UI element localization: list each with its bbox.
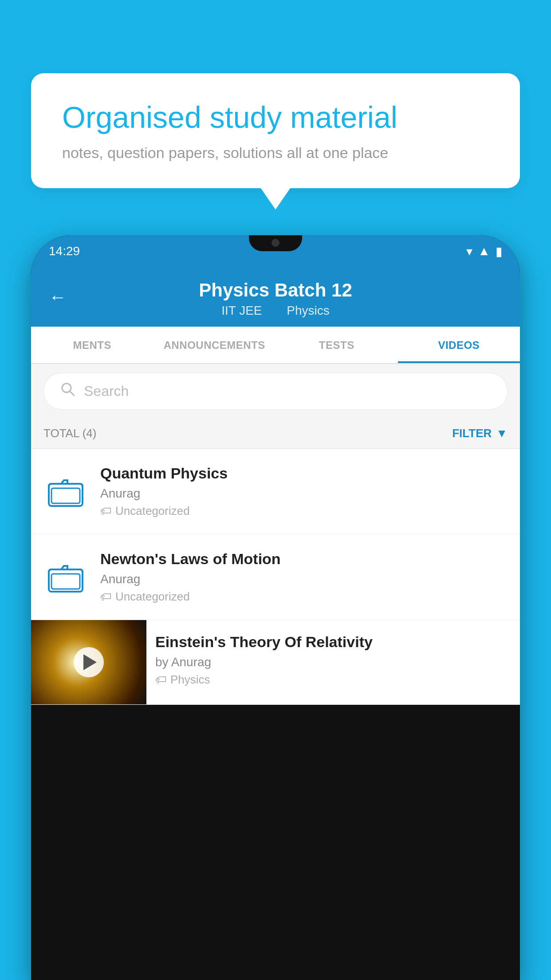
svg-rect-5 [51,574,80,589]
battery-icon: ▮ [496,244,502,259]
tab-bar: MENTS ANNOUNCEMENTS TESTS VIDEOS [31,327,520,364]
play-button[interactable] [74,647,104,677]
video-title: Quantum Physics [100,465,508,482]
item-icon-wrap [43,476,88,507]
status-time: 14:29 [49,244,80,258]
folder-icon [48,561,83,593]
svg-rect-3 [51,488,80,503]
svg-line-1 [70,391,74,395]
tag-icon: 🏷 [100,590,112,604]
item-info: Quantum Physics Anurag 🏷 Uncategorized [100,465,508,518]
item-info: Einstein's Theory Of Relativity by Anura… [146,620,520,700]
back-button[interactable]: ← [49,287,67,307]
tab-tests[interactable]: TESTS [276,327,398,363]
video-tag: 🏷 Physics [155,673,511,687]
bubble-title: Organised study material [62,100,489,134]
wifi-icon: ▾ [466,244,472,259]
video-title: Newton's Laws of Motion [100,550,508,568]
total-count: TOTAL (4) [43,427,96,440]
filter-button[interactable]: FILTER ▼ [452,427,508,440]
video-list: Quantum Physics Anurag 🏷 Uncategorized [31,449,520,705]
tab-ments[interactable]: MENTS [31,327,153,363]
list-item[interactable]: Newton's Laws of Motion Anurag 🏷 Uncateg… [31,534,520,620]
tab-videos[interactable]: VIDEOS [398,327,520,363]
header-subtitle-physics: Physics [287,304,329,317]
app-header: ← Physics Batch 12 IIT JEE Physics [31,267,520,327]
filter-label: FILTER [452,427,492,440]
item-icon-wrap [43,561,88,593]
search-icon [60,381,76,401]
item-info: Newton's Laws of Motion Anurag 🏷 Uncateg… [100,550,508,604]
video-tag: 🏷 Uncategorized [100,590,508,604]
speech-bubble: Organised study material notes, question… [31,73,520,188]
front-camera [272,239,279,247]
tag-icon: 🏷 [100,504,112,518]
tab-announcements[interactable]: ANNOUNCEMENTS [153,327,276,363]
list-item-thumbnail[interactable]: Einstein's Theory Of Relativity by Anura… [31,620,520,705]
video-title: Einstein's Theory Of Relativity [155,633,511,651]
video-author: by Anurag [155,655,511,669]
video-author: Anurag [100,486,508,501]
header-subtitle: IIT JEE Physics [216,304,335,318]
filter-row: TOTAL (4) FILTER ▼ [31,419,520,449]
filter-icon: ▼ [496,427,508,440]
play-icon [83,654,97,670]
video-tag: 🏷 Uncategorized [100,504,508,518]
folder-icon [48,476,83,507]
header-subtitle-iit: IIT JEE [221,304,262,317]
video-author: Anurag [100,572,508,586]
search-bar-wrap: Search [31,364,520,419]
status-bar: 14:29 ▾ ▲ ▮ [31,235,520,267]
bubble-subtitle: notes, question papers, solutions all at… [62,144,489,162]
list-item[interactable]: Quantum Physics Anurag 🏷 Uncategorized [31,449,520,534]
header-title: Physics Batch 12 [199,280,352,301]
phone-frame: 14:29 ▾ ▲ ▮ ← Physics Batch 12 IIT JEE P… [31,235,520,980]
video-thumbnail [31,620,146,704]
tag-icon: 🏷 [155,673,167,687]
search-placeholder: Search [84,383,129,399]
signal-icon: ▲ [478,244,490,258]
search-bar[interactable]: Search [43,373,508,410]
notch [249,235,302,251]
status-icons: ▾ ▲ ▮ [466,244,502,259]
